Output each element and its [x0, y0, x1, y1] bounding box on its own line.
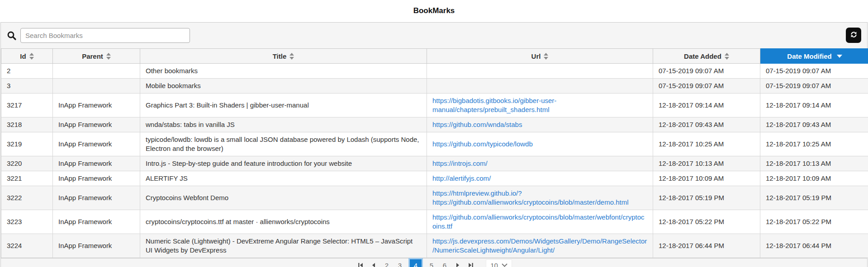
search-input[interactable] — [20, 28, 190, 43]
bookmark-link[interactable]: https://introjs.com/ — [432, 159, 488, 167]
bookmark-link[interactable]: https://htmlpreview.github.io/? https://… — [432, 189, 629, 206]
cell-parent: InApp Framework — [53, 117, 140, 132]
column-label: Title — [273, 52, 287, 60]
table-row[interactable]: 3220 InApp Framework Intro.js - Step-by-… — [1, 156, 868, 171]
table-row[interactable]: 3222 InApp Framework Cryptocoins Webfont… — [1, 186, 868, 210]
cell-id: 3219 — [1, 132, 53, 156]
skip-first-icon — [358, 262, 363, 267]
cell-parent — [53, 64, 140, 79]
toolbar — [1, 23, 867, 48]
previous-page-button[interactable] — [369, 260, 378, 267]
cell-title: Other bookmarks — [140, 64, 427, 79]
cell-parent: InApp Framework — [53, 186, 140, 210]
chevron-right-icon — [455, 262, 460, 267]
cell-date-added: 12-18-2017 05:19 PM — [653, 186, 760, 210]
column-header-id[interactable]: Id — [1, 49, 53, 64]
cell-id: 2 — [1, 64, 53, 79]
cell-id: 3220 — [1, 156, 53, 171]
page-button[interactable]: 3 — [395, 260, 404, 267]
page-button[interactable]: 2 — [382, 260, 391, 267]
cell-date-modified: 12-18-2017 10:13 AM — [760, 156, 868, 171]
page-button-active[interactable]: 4 — [408, 258, 423, 267]
cell-date-added: 12-18-2017 09:43 AM — [653, 117, 760, 132]
table-row[interactable]: 3223 InApp Framework cryptocoins/cryptoc… — [1, 210, 868, 234]
cell-url — [427, 64, 653, 79]
bookmarks-table: Id Parent Title Url Date Added — [1, 48, 868, 258]
bookmark-link[interactable]: http://alertifyjs.com/ — [432, 174, 491, 182]
column-header-date-modified[interactable]: Date Modified — [760, 49, 868, 64]
column-label: Id — [20, 52, 26, 60]
cell-parent: InApp Framework — [53, 171, 140, 186]
table-row[interactable]: 3221 InApp Framework ALERTIFY JS http://… — [1, 171, 868, 186]
cell-title: Numeric Scale (Lightweight) - DevExtreme… — [140, 234, 427, 258]
page-button[interactable]: 5 — [427, 260, 436, 267]
cell-parent: InApp Framework — [53, 132, 140, 156]
pagination-bar: 2 3 4 5 6 10 — [1, 258, 867, 267]
cell-date-added: 12-18-2017 09:14 AM — [653, 94, 760, 117]
skip-last-icon — [468, 262, 474, 267]
table-row[interactable]: 3217 InApp Framework Graphics Part 3: Bu… — [1, 94, 868, 117]
cell-url: https://bigbadotis.gitbooks.io/gibber-us… — [427, 94, 653, 117]
bookmark-link[interactable]: https://js.devexpress.com/Demos/WidgetsG… — [432, 237, 647, 254]
header-row: Id Parent Title Url Date Added — [1, 49, 868, 64]
column-header-date-added[interactable]: Date Added — [653, 49, 760, 64]
next-page-button[interactable] — [453, 260, 462, 267]
bookmark-link[interactable]: https://github.com/wnda/stabs — [432, 121, 522, 128]
sort-icon — [289, 53, 294, 60]
sort-icon — [106, 53, 111, 60]
cell-url: https://github.com/allienworks/cryptocoi… — [427, 210, 653, 234]
cell-url: https://js.devexpress.com/Demos/WidgetsG… — [427, 234, 653, 258]
cell-date-added: 12-18-2017 10:09 AM — [653, 171, 760, 186]
chevron-left-icon — [371, 262, 376, 267]
sort-icon — [544, 53, 548, 60]
sort-icon — [725, 53, 729, 60]
cell-date-modified: 12-18-2017 09:14 AM — [760, 94, 868, 117]
cell-date-added: 12-18-2017 06:44 PM — [653, 234, 760, 258]
refresh-icon — [850, 31, 858, 40]
cell-parent: InApp Framework — [53, 156, 140, 171]
column-label: Parent — [82, 52, 103, 60]
bookmark-link[interactable]: https://github.com/allienworks/cryptocoi… — [432, 213, 645, 230]
column-header-parent[interactable]: Parent — [53, 49, 140, 64]
refresh-button[interactable] — [846, 28, 861, 43]
cell-id: 3218 — [1, 117, 53, 132]
page-size-select[interactable]: 10 — [486, 259, 512, 267]
cell-date-added: 07-15-2019 09:07 AM — [653, 64, 760, 79]
cell-id: 3222 — [1, 186, 53, 210]
table-row[interactable]: 2 Other bookmarks 07-15-2019 09:07 AM 07… — [1, 64, 868, 79]
cell-date-modified: 12-18-2017 05:19 PM — [760, 186, 868, 210]
table-body: 2 Other bookmarks 07-15-2019 09:07 AM 07… — [1, 64, 868, 258]
cell-date-modified: 12-18-2017 05:22 PM — [760, 210, 868, 234]
column-header-url[interactable]: Url — [427, 49, 653, 64]
page-size-value: 10 — [490, 262, 498, 267]
cell-date-added: 12-18-2017 10:13 AM — [653, 156, 760, 171]
cell-date-modified: 12-18-2017 06:44 PM — [760, 234, 868, 258]
cell-url: https://introjs.com/ — [427, 156, 653, 171]
bookmarks-panel: Id Parent Title Url Date Added — [0, 22, 868, 267]
cell-date-modified: 12-18-2017 09:43 AM — [760, 117, 868, 132]
table-row[interactable]: 3224 InApp Framework Numeric Scale (Ligh… — [1, 234, 868, 258]
table-row[interactable]: 3 Mobile bookmarks 07-15-2019 09:07 AM 0… — [1, 79, 868, 94]
cell-parent — [53, 79, 140, 94]
cell-url: http://alertifyjs.com/ — [427, 171, 653, 186]
cell-id: 3 — [1, 79, 53, 94]
last-page-button[interactable] — [466, 260, 475, 267]
cell-id: 3223 — [1, 210, 53, 234]
cell-title: ALERTIFY JS — [140, 171, 427, 186]
column-header-title[interactable]: Title — [140, 49, 427, 64]
bookmark-link[interactable]: https://bigbadotis.gitbooks.io/gibber-us… — [432, 97, 556, 113]
cell-date-added: 12-18-2017 05:22 PM — [653, 210, 760, 234]
cell-parent: InApp Framework — [53, 210, 140, 234]
cell-date-modified: 07-15-2019 09:07 AM — [760, 79, 868, 94]
cell-title: cryptocoins/cryptocoins.ttf at master · … — [140, 210, 427, 234]
bookmark-link[interactable]: https://github.com/typicode/lowdb — [432, 140, 533, 148]
cell-url: https://github.com/typicode/lowdb — [427, 132, 653, 156]
first-page-button[interactable] — [356, 260, 365, 267]
column-label: Date Modified — [787, 52, 831, 60]
table-row[interactable]: 3219 InApp Framework typicode/lowdb: low… — [1, 132, 868, 156]
cell-parent: InApp Framework — [53, 234, 140, 258]
table-row[interactable]: 3218 InApp Framework wnda/stabs: tabs in… — [1, 117, 868, 132]
cell-date-modified: 07-15-2019 09:07 AM — [760, 64, 868, 79]
page-button[interactable]: 6 — [440, 260, 449, 267]
cell-title: Cryptocoins Webfont Demo — [140, 186, 427, 210]
